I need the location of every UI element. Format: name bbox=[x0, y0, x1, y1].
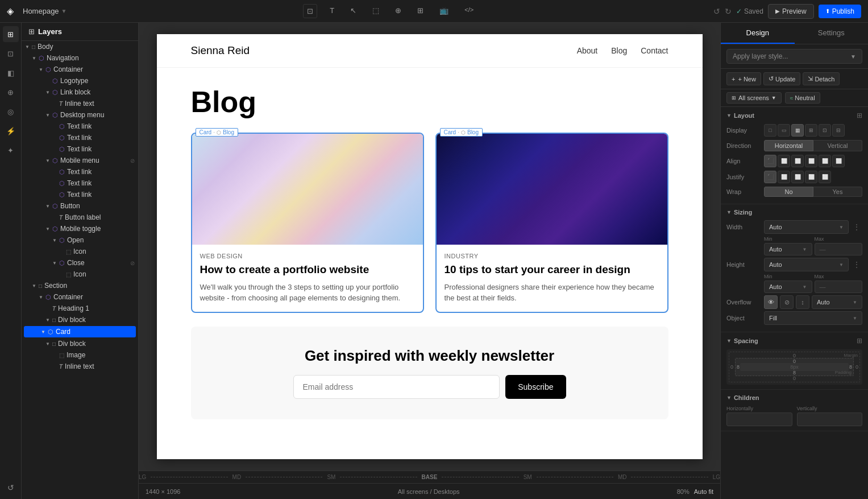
newsletter-subscribe-button[interactable]: Subscribe bbox=[505, 375, 566, 399]
nav-link-blog[interactable]: Blog bbox=[611, 46, 627, 55]
layer-item-div-block[interactable]: ▼ □ Div block bbox=[22, 314, 138, 325]
container-tool[interactable]: ⬚ bbox=[369, 4, 383, 18]
layer-item-inline-text[interactable]: T Inline text bbox=[22, 98, 138, 109]
update-style-button[interactable]: ↺Update bbox=[763, 72, 800, 85]
display-btn-2[interactable]: ▭ bbox=[778, 124, 790, 137]
component-tool[interactable]: ⊕ bbox=[392, 4, 405, 18]
interactions-icon[interactable]: ⚡ bbox=[3, 123, 19, 139]
undo-panel-icon[interactable]: ↺ bbox=[3, 480, 19, 496]
layer-item-open[interactable]: ▼ ⬡ Open bbox=[22, 234, 138, 246]
width-max[interactable]: — bbox=[820, 246, 826, 253]
layer-item-container2[interactable]: ▼ ⬡ Container bbox=[22, 291, 138, 303]
height-more-icon[interactable]: ⋮ bbox=[851, 258, 862, 271]
frame-tool[interactable]: ⊡ bbox=[303, 4, 317, 18]
overflow-hidden-btn[interactable]: ⊘ bbox=[780, 295, 794, 309]
layer-item-button-label[interactable]: T Button label bbox=[22, 212, 138, 223]
width-more-icon[interactable]: ⋮ bbox=[851, 220, 862, 234]
justify-btn-3[interactable]: ⬜ bbox=[791, 171, 804, 183]
align-btn-5[interactable]: ⬜ bbox=[819, 155, 831, 167]
justify-btn-4[interactable]: ⬜ bbox=[805, 171, 817, 183]
text-tool[interactable]: T bbox=[326, 4, 338, 18]
layer-item-section[interactable]: ▼ □ Section bbox=[22, 280, 138, 291]
object-value[interactable]: Fill bbox=[769, 315, 777, 321]
blog-card-2[interactable]: Card · ⬡ Blog INDUSTRY bbox=[435, 133, 668, 313]
screen-tool[interactable]: 📺 bbox=[436, 4, 452, 18]
justify-btn-2[interactable]: ⬜ bbox=[778, 171, 790, 183]
width-min[interactable]: Auto bbox=[769, 246, 782, 253]
layer-item-text-link-2[interactable]: ⬡ Text link bbox=[22, 132, 138, 143]
children-vertical-input[interactable]: 0 bbox=[797, 413, 863, 426]
align-btn-1[interactable]: ⬛ bbox=[764, 155, 776, 167]
align-btn-6[interactable]: ⬜ bbox=[832, 155, 845, 167]
layer-item-mobile-menu[interactable]: ▼ ⬡ Mobile menu ⊘ bbox=[22, 155, 138, 166]
undo-button[interactable]: ↺ bbox=[713, 7, 720, 16]
height-max[interactable]: — bbox=[820, 283, 826, 290]
cms-icon[interactable]: ✦ bbox=[3, 142, 19, 158]
direction-horizontal[interactable]: Horizontal bbox=[764, 140, 813, 151]
components-icon[interactable]: ⊕ bbox=[3, 84, 19, 100]
pages-icon[interactable]: ⊡ bbox=[3, 46, 19, 61]
newsletter-input[interactable] bbox=[293, 375, 500, 399]
detach-style-button[interactable]: ⇲Detach bbox=[803, 72, 840, 85]
tab-settings[interactable]: Settings bbox=[795, 23, 869, 44]
direction-vertical[interactable]: Vertical bbox=[813, 140, 862, 151]
styles-icon[interactable]: ◎ bbox=[3, 104, 19, 119]
layer-item-text-link-4[interactable]: ⬡ Text link bbox=[22, 166, 138, 178]
overflow-visible-btn[interactable]: 👁 bbox=[764, 295, 778, 309]
layer-item-text-link-1[interactable]: ⬡ Text link bbox=[22, 121, 138, 132]
height-min[interactable]: Auto bbox=[769, 283, 782, 290]
align-btn-4[interactable]: ⬜ bbox=[805, 155, 817, 167]
layer-item-container[interactable]: ▼ ⬡ Container bbox=[22, 64, 138, 75]
layers-icon[interactable]: ⊞ bbox=[3, 26, 19, 42]
all-screens-button[interactable]: ⊞ All screens ▼ bbox=[726, 92, 782, 104]
zoom-level[interactable]: 80% bbox=[677, 488, 690, 495]
display-btn-6[interactable]: ⊟ bbox=[832, 124, 845, 137]
assets-icon[interactable]: ◧ bbox=[3, 65, 19, 81]
overflow-scroll-btn[interactable]: ↕ bbox=[796, 295, 809, 309]
apply-layer-style-button[interactable]: Apply layer style... ▼ bbox=[726, 49, 862, 64]
overflow-auto-value[interactable]: Auto bbox=[817, 299, 830, 306]
width-value[interactable]: Auto bbox=[769, 224, 782, 230]
layer-item-inline-text2[interactable]: T Inline text bbox=[22, 361, 138, 372]
layer-item-close[interactable]: ▼ ⬡ Close ⊘ bbox=[22, 257, 138, 269]
layer-item-icon-close[interactable]: ⬚ Icon bbox=[22, 269, 138, 280]
layer-item-link-block[interactable]: ▼ ⬡ Link block bbox=[22, 86, 138, 98]
layer-item-navigation[interactable]: ▼ ⬡ Navigation bbox=[22, 52, 138, 64]
neutral-button[interactable]: Neutral bbox=[795, 94, 815, 101]
layer-item-card[interactable]: ▼ ⬡ Card bbox=[24, 326, 136, 337]
display-btn-1[interactable]: □ bbox=[764, 124, 776, 137]
layout-more-icon[interactable]: ⊞ bbox=[857, 112, 862, 119]
grid-tool[interactable]: ⊞ bbox=[414, 4, 427, 18]
auto-fit-button[interactable]: Auto fit bbox=[694, 488, 713, 495]
display-btn-5[interactable]: ⊡ bbox=[819, 124, 831, 137]
layer-item-div-block2[interactable]: ▼ □ Div block bbox=[22, 338, 138, 349]
layer-item-desktop-menu[interactable]: ▼ ⬡ Desktop menu bbox=[22, 109, 138, 121]
layer-item-text-link-5[interactable]: ⬡ Text link bbox=[22, 178, 138, 189]
nav-link-contact[interactable]: Contact bbox=[641, 46, 668, 55]
display-btn-4[interactable]: ⊞ bbox=[805, 124, 817, 137]
justify-btn-1[interactable]: ⬛ bbox=[764, 171, 776, 183]
preview-button[interactable]: ▶ Preview bbox=[768, 4, 814, 19]
align-btn-2[interactable]: ⬜ bbox=[778, 155, 790, 167]
layer-item-mobile-toggle[interactable]: ▼ ⬡ Mobile toggle bbox=[22, 223, 138, 234]
code-tool[interactable]: </> bbox=[461, 4, 477, 18]
tab-design[interactable]: Design bbox=[721, 23, 795, 44]
page-title[interactable]: Homepage ▼ bbox=[23, 7, 67, 15]
nav-link-about[interactable]: About bbox=[577, 46, 598, 55]
layer-item-image[interactable]: ⬚ Image bbox=[22, 349, 138, 361]
layer-item-text-link-3[interactable]: ⬡ Text link bbox=[22, 143, 138, 155]
publish-button[interactable]: ⬆ Publish bbox=[819, 5, 861, 18]
justify-btn-5[interactable]: ⬜ bbox=[819, 171, 831, 183]
layer-item-button[interactable]: ▼ ⬡ Button bbox=[22, 200, 138, 212]
children-horizontal-input[interactable]: 0 bbox=[726, 413, 792, 426]
layer-item-text-link-6[interactable]: ⬡ Text link bbox=[22, 189, 138, 200]
display-btn-3[interactable]: ▦ bbox=[791, 124, 804, 137]
blog-card-1[interactable]: Card · ⬡ Blog WEB DESIGN bbox=[191, 133, 424, 313]
new-style-button[interactable]: ++ New bbox=[726, 72, 761, 85]
redo-button[interactable]: ↻ bbox=[725, 7, 732, 16]
wrap-no-button[interactable]: No bbox=[764, 187, 813, 197]
align-btn-3[interactable]: ⬜ bbox=[791, 155, 804, 167]
wrap-yes-button[interactable]: Yes bbox=[813, 187, 862, 197]
layer-item-heading1[interactable]: T Heading 1 bbox=[22, 303, 138, 314]
select-tool[interactable]: ↖ bbox=[347, 4, 360, 18]
